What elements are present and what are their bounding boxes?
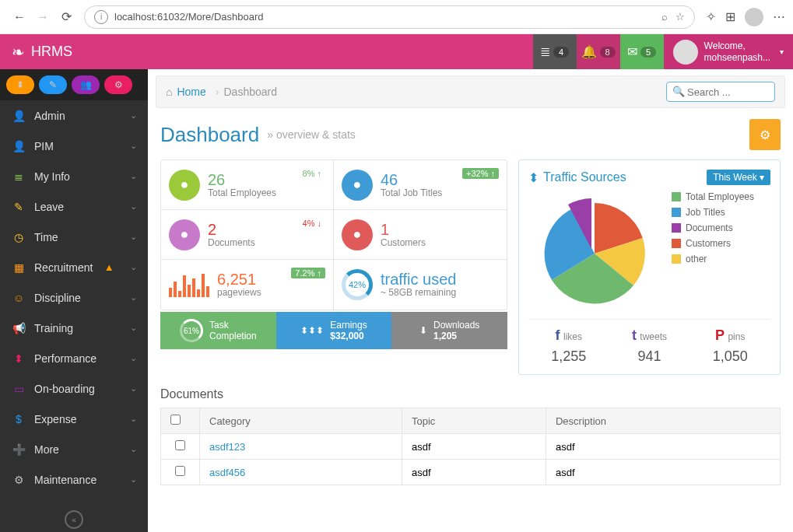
user-menu[interactable]: Welcome, mohseenpash... ▾ bbox=[664, 34, 793, 69]
more-icon[interactable]: ⋯ bbox=[773, 9, 785, 24]
quick-edit-icon[interactable]: ✎ bbox=[39, 75, 67, 94]
menu-label: On-boarding bbox=[34, 383, 95, 395]
stat-cell[interactable]: ●26Total Employees8% ↑ bbox=[161, 160, 334, 210]
home-icon: ⌂ bbox=[166, 86, 172, 98]
sidebar-item-pim[interactable]: 👤 PIM ⌄ bbox=[0, 131, 148, 161]
chevron-down-icon: ⌄ bbox=[130, 232, 137, 242]
legend-swatch bbox=[672, 208, 681, 217]
table-header bbox=[161, 408, 200, 434]
sidebar-item-training[interactable]: 📢 Training ⌄ bbox=[0, 313, 148, 343]
row-checkbox[interactable] bbox=[175, 440, 185, 450]
legend-item: Customers bbox=[672, 238, 754, 249]
favorite-icon[interactable]: ☆ bbox=[675, 11, 685, 23]
stat-cell[interactable]: 6,251pageviews7.2% ↑ bbox=[161, 260, 334, 310]
bell-icon: 🔔 bbox=[581, 44, 597, 59]
quick-users-icon[interactable]: 👥 bbox=[72, 75, 100, 94]
breadcrumb-home[interactable]: Home bbox=[177, 86, 205, 98]
downloads-cell[interactable]: ⬇ Downloads1,205 bbox=[391, 312, 507, 349]
social-icon: f bbox=[556, 327, 560, 343]
stat-value: traffic used bbox=[381, 271, 456, 287]
row-checkbox[interactable] bbox=[175, 466, 185, 476]
task-completion-cell[interactable]: 61% TaskCompletion bbox=[160, 312, 276, 349]
forward-button[interactable]: → bbox=[31, 5, 54, 29]
address-bar[interactable]: i localhost:61032/More/Dashboard ⌕ ☆ bbox=[84, 5, 695, 29]
quick-stats-icon[interactable]: ⬍ bbox=[6, 75, 34, 94]
favorites-icon[interactable]: ✧ bbox=[706, 9, 716, 24]
stat-value: 6,251 bbox=[217, 271, 261, 287]
documents-section: Documents CategoryTopicDescription asdf1… bbox=[148, 380, 793, 493]
sidebar-item-maintenance[interactable]: ⚙ Maintenance ⌄ bbox=[0, 464, 148, 495]
stat-cell[interactable]: ●2Documents4% ↓ bbox=[161, 210, 334, 260]
collapse-icon: « bbox=[65, 510, 83, 529]
header-notifications-button[interactable]: 🔔 8 bbox=[577, 34, 620, 69]
sidebar-collapse[interactable]: « bbox=[0, 510, 148, 529]
menu-icon: ◷ bbox=[11, 231, 26, 243]
stat-badge: 8% ↑ bbox=[299, 168, 325, 179]
task-pct: 61% bbox=[180, 319, 203, 342]
stat-value: 2 bbox=[208, 222, 255, 237]
category-link[interactable]: asdf123 bbox=[209, 441, 245, 453]
profile-icon[interactable] bbox=[745, 8, 763, 26]
gear-icon: ⚙ bbox=[760, 128, 770, 142]
sidebar-item-leave[interactable]: ✎ Leave ⌄ bbox=[0, 191, 148, 222]
menu-label: Time bbox=[34, 231, 58, 243]
key-icon[interactable]: ⌕ bbox=[661, 11, 668, 23]
page-subtitle: overview & stats bbox=[267, 128, 356, 141]
sidebar-item-discipline[interactable]: ☺ Discipline ⌄ bbox=[0, 282, 148, 313]
warn-icon: ▲ bbox=[104, 261, 114, 273]
tasks-badge: 4 bbox=[553, 47, 569, 58]
quick-settings-icon[interactable]: ⚙ bbox=[104, 75, 132, 94]
back-button[interactable]: ← bbox=[8, 5, 31, 29]
documents-title: Documents bbox=[160, 387, 781, 401]
chevron-down-icon: ⌄ bbox=[130, 353, 137, 363]
earnings-cell[interactable]: ⬍⬍⬍ Earnings$32,000 bbox=[276, 312, 392, 349]
chevron-down-icon: ⌄ bbox=[130, 201, 137, 212]
stats-grid: ●26Total Employees8% ↑●46Total Job Title… bbox=[160, 159, 507, 310]
menu-icon: ⬍ bbox=[11, 352, 26, 365]
sidebar-item-more[interactable]: ➕ More ⌄ bbox=[0, 434, 148, 464]
refresh-button[interactable]: ⟳ bbox=[54, 5, 78, 29]
brand[interactable]: ❧ HRMS bbox=[0, 43, 84, 61]
pie-chart bbox=[528, 191, 661, 308]
sidebar-item-time[interactable]: ◷ Time ⌄ bbox=[0, 222, 148, 252]
description-cell: asdf bbox=[546, 434, 780, 460]
stat-icon: ● bbox=[169, 170, 200, 201]
sidebar-item-my-info[interactable]: ≣ My Info ⌄ bbox=[0, 161, 148, 191]
sidebar-item-performance[interactable]: ⬍ Performance ⌄ bbox=[0, 343, 148, 373]
legend-swatch bbox=[672, 223, 681, 233]
header-messages-button[interactable]: ✉ 5 bbox=[620, 34, 664, 69]
traffic-title: Traffic Sources bbox=[543, 170, 626, 184]
chevron-down-icon: ⌄ bbox=[130, 110, 137, 121]
sidebar-item-on-boarding[interactable]: ▭ On-boarding ⌄ bbox=[0, 373, 148, 404]
stat-label: ~ 58GB remaining bbox=[381, 287, 456, 298]
stat-value: 26 bbox=[208, 172, 276, 187]
quick-icons: ⬍ ✎ 👥 ⚙ bbox=[0, 69, 148, 100]
chevron-down-icon: ⌄ bbox=[130, 262, 137, 272]
chevron-down-icon: ⌄ bbox=[130, 474, 137, 485]
menu-label: Discipline bbox=[34, 292, 81, 304]
sidebar-item-recruitment[interactable]: ▦ Recruitment ▲ ⌄ bbox=[0, 252, 148, 282]
page-settings-button[interactable]: ⚙ bbox=[749, 119, 781, 150]
stat-value: 1 bbox=[381, 222, 426, 237]
collections-icon[interactable]: ⊞ bbox=[725, 9, 735, 24]
sidebar-item-expense[interactable]: $ Expense ⌄ bbox=[0, 404, 148, 434]
list-icon: ≣ bbox=[540, 44, 550, 59]
checkbox-all[interactable] bbox=[170, 415, 181, 425]
legend-label: other bbox=[686, 254, 707, 264]
documents-table: CategoryTopicDescription asdf123 asdf as… bbox=[160, 408, 781, 485]
stat-cell[interactable]: 42%traffic used~ 58GB remaining bbox=[334, 260, 507, 310]
traffic-dropdown[interactable]: This Week ▾ bbox=[707, 170, 770, 185]
legend-swatch bbox=[672, 254, 681, 264]
legend-item: Documents bbox=[672, 222, 754, 233]
breadcrumb-current: Dashboard bbox=[224, 86, 278, 98]
traffic-card: ⬍ Traffic Sources This Week ▾ bbox=[518, 159, 781, 375]
table-row: asdf123 asdf asdf bbox=[161, 434, 781, 460]
leaf-icon: ❧ bbox=[12, 43, 25, 61]
stat-cell[interactable]: ●46Total Job Titles+32% ↑ bbox=[334, 160, 507, 210]
search-icon: 🔍 bbox=[672, 86, 685, 97]
header-tasks-button[interactable]: ≣ 4 bbox=[533, 34, 577, 69]
category-link[interactable]: asdf456 bbox=[209, 467, 245, 478]
stat-label: Documents bbox=[208, 237, 255, 248]
sidebar-item-admin[interactable]: 👤 Admin ⌄ bbox=[0, 100, 148, 131]
stat-cell[interactable]: ●1Customers bbox=[334, 210, 507, 260]
